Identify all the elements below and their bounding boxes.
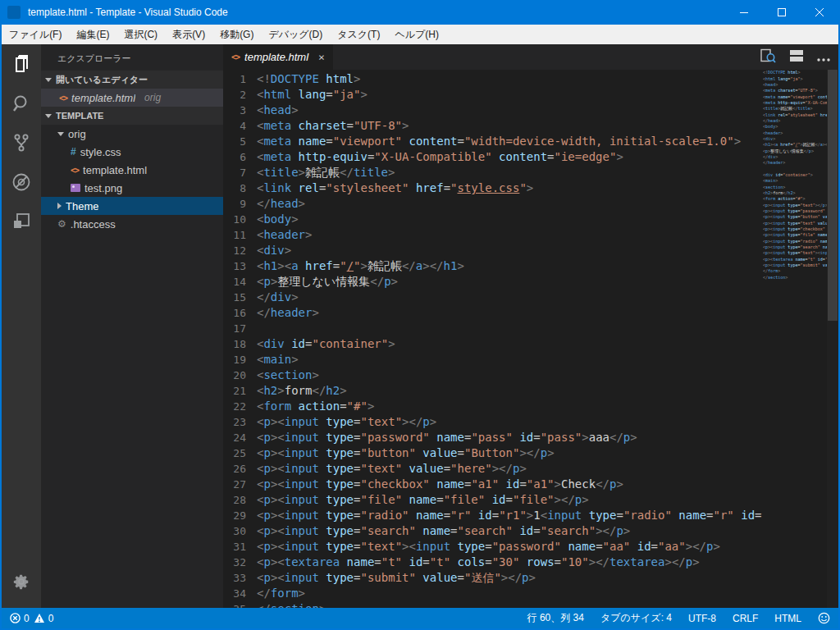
encoding-indicator[interactable]: UTF-8 bbox=[688, 613, 716, 624]
open-preview-icon[interactable] bbox=[760, 48, 776, 66]
open-editor-item-template.html[interactable]: <>template.htmlorig bbox=[41, 89, 223, 107]
tree-item-label: .htaccess bbox=[71, 218, 116, 231]
minimap-line: <p><input type="submit" value="送信"></p> bbox=[763, 262, 827, 268]
line-number: 28 bbox=[223, 492, 246, 508]
split-editor-icon[interactable] bbox=[789, 49, 804, 66]
menu-item-3[interactable]: 表示(V) bbox=[165, 25, 212, 44]
tab-close-icon[interactable]: × bbox=[318, 51, 325, 63]
warnings-indicator[interactable]: 0 bbox=[34, 613, 54, 624]
minimap-line: <!DOCTYPE html> bbox=[763, 70, 827, 75]
menu-item-7[interactable]: ヘルプ(H) bbox=[387, 25, 446, 44]
line-number: 22 bbox=[223, 399, 246, 414]
code-line: 11<header> bbox=[223, 227, 763, 243]
editor-group: 1<!DOCTYPE html>2<html lang="ja">3<head>… bbox=[223, 70, 838, 608]
minimize-button[interactable] bbox=[725, 0, 763, 25]
open-editors-header-label: 開いているエディター bbox=[56, 74, 148, 86]
explorer-item-orig[interactable]: orig bbox=[41, 125, 223, 143]
minimap-line: <h1><a href="/">雑記帳</a></h1> bbox=[763, 142, 827, 148]
tab-template-html[interactable]: <> template.html × bbox=[223, 44, 333, 70]
vertical-scrollbar bbox=[827, 70, 838, 608]
search-icon[interactable] bbox=[2, 84, 41, 123]
minimap-line: <section> bbox=[763, 184, 827, 189]
status-bar: 0 0 行 60、列 34 タブのサイズ: 4 UTF-8 CRLF HTML bbox=[2, 608, 838, 628]
minimap-line: </head> bbox=[763, 118, 827, 124]
tree-item-label: style.css bbox=[80, 146, 121, 158]
line-number: 27 bbox=[223, 477, 246, 492]
explorer-item-style.css[interactable]: #style.css bbox=[41, 143, 223, 161]
menu-item-4[interactable]: 移動(G) bbox=[212, 25, 261, 44]
minimap[interactable]: <!DOCTYPE html><html lang="ja"><head><me… bbox=[763, 70, 827, 608]
code-line: 4<meta charset="UTF-8"> bbox=[223, 118, 763, 134]
tab-bar: <> template.html × bbox=[223, 44, 838, 70]
line-number: 9 bbox=[223, 196, 246, 212]
line-number: 19 bbox=[223, 352, 246, 368]
code-line: 20<section> bbox=[223, 368, 763, 383]
code-line: 24<p><input type="password" name="pass" … bbox=[223, 430, 763, 445]
explorer-item-Theme[interactable]: Theme bbox=[41, 197, 223, 215]
minimap-line: <h2>form</h2> bbox=[763, 190, 827, 196]
menu-item-1[interactable]: 編集(E) bbox=[69, 25, 116, 44]
menu-item-6[interactable]: タスク(T) bbox=[330, 25, 387, 44]
code-line: 13<h1><a href="/">雑記帳</a></h1> bbox=[223, 258, 763, 274]
line-number: 31 bbox=[223, 539, 246, 555]
code-line: 28<p><input type="file" name="file" id="… bbox=[223, 492, 763, 508]
code-line: 31<p><input type="text"><input type="pas… bbox=[223, 539, 763, 555]
minimap-line: <form action="#"> bbox=[763, 196, 827, 202]
explorer-item-test.png[interactable]: test.png bbox=[41, 179, 223, 197]
code-line: 33<p><input type="submit" value="送信"></p… bbox=[223, 570, 763, 586]
source-control-icon[interactable] bbox=[2, 123, 41, 162]
extensions-icon[interactable] bbox=[2, 202, 41, 241]
code-line: 3<head> bbox=[223, 103, 763, 118]
twistie-collapsed-icon bbox=[57, 203, 62, 209]
scrollbar-thumb[interactable] bbox=[828, 70, 838, 321]
minimap-line: <p><input type="text"></p> bbox=[763, 202, 827, 208]
menu-item-0[interactable]: ファイル(F) bbox=[2, 25, 69, 44]
code-editor[interactable]: 1<!DOCTYPE html>2<html lang="ja">3<head>… bbox=[223, 70, 763, 608]
explorer-icon[interactable] bbox=[2, 44, 41, 84]
code-line: 32<p><textarea name="t" id="t" cols="30"… bbox=[223, 555, 763, 570]
line-number: 25 bbox=[223, 445, 246, 461]
tab-size-indicator[interactable]: タブのサイズ: 4 bbox=[600, 611, 672, 625]
minimap-line: </section> bbox=[763, 274, 827, 280]
open-editor-badge: orig bbox=[144, 92, 161, 103]
editor-actions bbox=[760, 44, 830, 70]
code-line: 35</section> bbox=[223, 601, 763, 608]
explorer-item-.htaccess[interactable]: ⚙.htaccess bbox=[41, 215, 223, 233]
line-number: 5 bbox=[223, 134, 246, 149]
open-editors-list: <>template.htmlorig bbox=[41, 89, 223, 107]
settings-gear-icon[interactable] bbox=[2, 562, 41, 601]
file-tree: orig#style.css<>template.htmltest.pngThe… bbox=[41, 125, 223, 233]
code-line: 14<p>整理しない情報集</p> bbox=[223, 274, 763, 290]
close-button[interactable] bbox=[801, 0, 838, 25]
debug-icon[interactable] bbox=[2, 162, 41, 202]
errors-indicator[interactable]: 0 bbox=[10, 613, 30, 624]
line-number: 7 bbox=[223, 165, 246, 180]
menu-item-2[interactable]: 選択(C) bbox=[116, 25, 165, 44]
line-number: 35 bbox=[223, 601, 246, 608]
language-indicator[interactable]: HTML bbox=[774, 613, 801, 624]
minimap-line: <p><input type="radio" name="r" id="r1">… bbox=[763, 238, 827, 244]
line-number: 4 bbox=[223, 118, 246, 134]
line-number: 6 bbox=[223, 149, 246, 165]
explorer-item-template.html[interactable]: <>template.html bbox=[41, 161, 223, 179]
code-line: 17 bbox=[223, 321, 763, 336]
more-actions-icon[interactable] bbox=[817, 50, 830, 65]
menu-item-5[interactable]: デバッグ(D) bbox=[261, 25, 330, 44]
open-editors-section-header[interactable]: 開いているエディター bbox=[41, 71, 223, 89]
eol-indicator[interactable]: CRLF bbox=[733, 613, 758, 624]
minimap-line: <div> bbox=[763, 136, 827, 142]
cursor-position[interactable]: 行 60、列 34 bbox=[527, 611, 584, 625]
warnings-count: 0 bbox=[48, 613, 54, 624]
line-number: 16 bbox=[223, 305, 246, 321]
open-editor-label: template.html bbox=[71, 92, 135, 104]
folder-section-header[interactable]: TEMPLATE bbox=[41, 107, 223, 125]
image-file-icon bbox=[71, 184, 80, 192]
line-number: 29 bbox=[223, 508, 246, 523]
line-number: 1 bbox=[223, 71, 246, 87]
minimap-line: <p><input type="checkbox" name="a1" id="… bbox=[763, 226, 827, 232]
feedback-smiley-icon[interactable] bbox=[818, 612, 830, 624]
maximize-button[interactable] bbox=[763, 0, 801, 25]
code-line: 2<html lang="ja"> bbox=[223, 87, 763, 103]
code-line: 19<main> bbox=[223, 352, 763, 368]
code-line: 10<body> bbox=[223, 212, 763, 227]
